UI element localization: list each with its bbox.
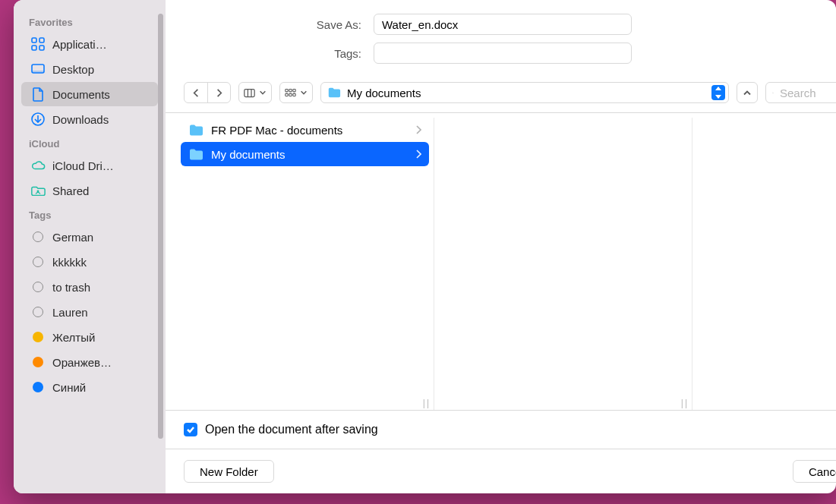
sidebar-tag-lauren[interactable]: Lauren [21, 300, 158, 324]
browser-column-2: || [434, 118, 692, 410]
sidebar-item-label: iCloud Dri… [52, 159, 114, 172]
save-as-input[interactable] [374, 14, 632, 35]
folder-icon [188, 148, 203, 161]
sidebar-tag-german[interactable]: German [21, 225, 158, 249]
sidebar-tag-yellow[interactable]: Желтый [21, 325, 158, 349]
sidebar: Favorites Applicati…DesktopDocumentsDown… [14, 0, 166, 493]
column-resize-handle[interactable]: || [681, 398, 689, 408]
tag-dot-icon [33, 332, 43, 342]
doc-icon [30, 87, 46, 102]
open-after-save-label: Open the document after saving [205, 423, 378, 436]
svg-rect-12 [286, 89, 288, 91]
view-columns-button[interactable] [238, 82, 272, 103]
svg-rect-3 [39, 46, 44, 50]
chevron-right-icon [213, 87, 225, 99]
dialog-footer: New Folder Cancel Export [166, 449, 836, 493]
main-panel: Save As: Tags: [166, 0, 836, 493]
sidebar-tag-orange[interactable]: Оранжев… [21, 350, 158, 374]
svg-rect-13 [289, 89, 292, 91]
search-icon [772, 87, 774, 99]
sidebar-item-label: to trash [52, 281, 90, 294]
svg-marker-19 [715, 95, 721, 99]
nav-back-button[interactable] [185, 83, 207, 102]
sidebar-section-favorites: Favorites [14, 11, 166, 31]
sidebar-item-label: Синий [52, 381, 86, 394]
sidebar-item-downloads[interactable]: Downloads [21, 107, 158, 131]
sidebar-tag-kkkkkk[interactable]: kkkkkk [21, 250, 158, 274]
new-folder-button[interactable]: New Folder [184, 460, 274, 483]
tag-dot-icon [33, 282, 43, 292]
file-browser: FR PDF Mac - documents My documents || |… [166, 112, 836, 411]
svg-rect-9 [244, 89, 254, 96]
sidebar-scrollbar[interactable] [158, 14, 163, 439]
tags-input[interactable] [374, 43, 632, 64]
svg-rect-5 [32, 71, 44, 73]
search-input[interactable] [778, 86, 836, 100]
sidebar-item-documents[interactable]: Documents [21, 82, 158, 106]
sidebar-item-shared[interactable]: Shared [21, 178, 158, 203]
browser-row[interactable]: My documents [181, 142, 429, 166]
sidebar-item-label: Documents [52, 88, 110, 101]
svg-rect-15 [286, 93, 288, 96]
chevron-right-icon [415, 125, 421, 134]
sidebar-item-label: Downloads [52, 113, 109, 126]
options-area: Open the document after saving [166, 411, 836, 449]
tag-dot-icon [33, 257, 43, 267]
location-popup[interactable]: My documents [320, 82, 729, 103]
sidebar-item-label: Shared [52, 184, 89, 197]
search-field[interactable] [765, 82, 836, 103]
tag-dot-icon [33, 382, 43, 392]
sidebar-item-label: kkkkkk [52, 256, 87, 269]
path-up-button[interactable] [737, 82, 758, 103]
sidebar-item-label: German [52, 231, 93, 244]
sidebar-item-label: Applicati… [52, 38, 107, 51]
checkmark-icon [184, 423, 197, 436]
chevron-up-icon [743, 87, 752, 99]
tag-dot-icon [33, 357, 43, 367]
sidebar-item-desktop[interactable]: Desktop [21, 57, 158, 81]
svg-line-21 [773, 93, 774, 93]
save-dialog: Favorites Applicati…DesktopDocumentsDown… [14, 0, 836, 493]
cloud-icon [30, 158, 46, 173]
open-after-save-checkbox[interactable]: Open the document after saving [184, 423, 836, 436]
sidebar-item-icloud-drive[interactable]: iCloud Dri… [21, 153, 158, 178]
location-label: My documents [347, 87, 705, 99]
toolbar: My documents [166, 71, 836, 112]
nav-back-forward [184, 82, 231, 103]
sidebar-item-applications[interactable]: Applicati… [21, 32, 158, 56]
save-as-label: Save As: [184, 18, 374, 31]
columns-icon [244, 87, 255, 99]
chevron-down-icon [300, 89, 308, 96]
svg-rect-16 [289, 93, 292, 96]
chevron-down-icon [259, 89, 267, 96]
browser-row-label: My documents [211, 148, 408, 161]
desktop-icon [30, 61, 46, 77]
sidebar-tag-totrash[interactable]: to trash [21, 275, 158, 299]
svg-rect-14 [293, 89, 295, 91]
sidebar-item-label: Desktop [52, 63, 94, 76]
svg-marker-18 [715, 87, 721, 90]
chevron-right-icon [415, 150, 421, 159]
sidebar-item-label: Lauren [52, 306, 88, 319]
group-by-button[interactable] [279, 82, 313, 103]
tags-label: Tags: [184, 47, 374, 60]
apps-icon [30, 36, 46, 52]
sidebar-item-label: Желтый [52, 331, 95, 344]
sidebar-item-label: Оранжев… [52, 356, 112, 369]
location-stepper-icon [711, 85, 725, 100]
tag-dot-icon [33, 232, 43, 242]
browser-row[interactable]: FR PDF Mac - documents [181, 118, 429, 142]
column-resize-handle[interactable]: || [423, 398, 431, 408]
sidebar-section-tags: Tags [14, 203, 166, 224]
svg-rect-17 [293, 93, 295, 96]
nav-forward-button[interactable] [207, 83, 230, 102]
svg-rect-0 [32, 38, 36, 43]
grid-icon [285, 87, 296, 99]
folder-icon [188, 124, 203, 137]
sidebar-tag-blue[interactable]: Синий [21, 375, 158, 399]
save-form: Save As: Tags: [166, 0, 836, 71]
folder-icon [327, 86, 341, 99]
browser-column-1: FR PDF Mac - documents My documents || [176, 118, 434, 410]
cancel-button[interactable]: Cancel [793, 460, 836, 483]
svg-rect-1 [39, 38, 44, 43]
